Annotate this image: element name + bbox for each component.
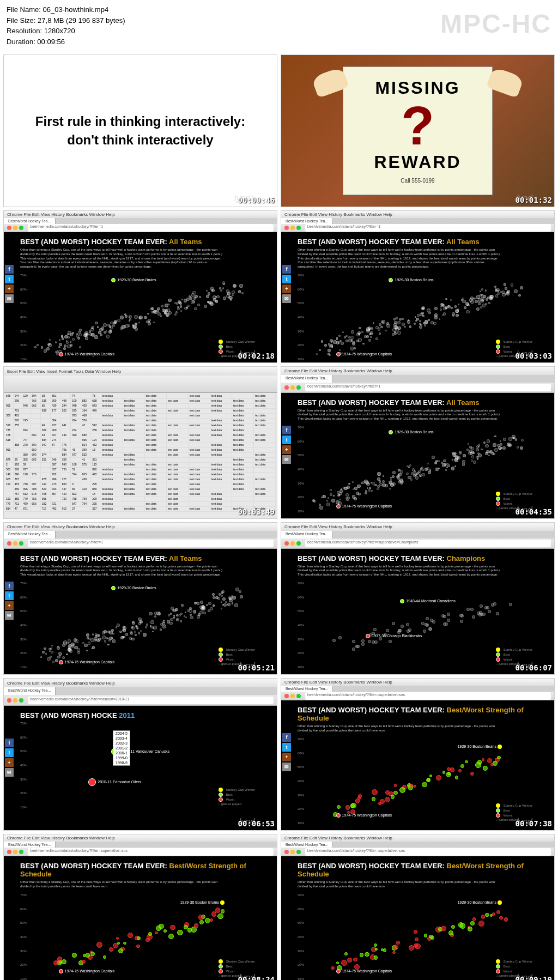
twitter-icon[interactable]: t — [282, 435, 291, 444]
excel-cell[interactable]: 274 — [51, 438, 60, 443]
excel-cell[interactable]: 115 — [91, 463, 101, 467]
excel-cell[interactable]: 193 — [5, 497, 14, 501]
excel-cell[interactable]: 720 — [61, 497, 71, 501]
excel-cell[interactable] — [31, 463, 40, 467]
excel-cell[interactable]: text data — [145, 419, 167, 423]
excel-cell[interactable]: text data — [101, 487, 123, 492]
browser-tab[interactable]: Best/Worst Hockey Tea... — [4, 842, 56, 848]
excel-cell[interactable]: 702 — [51, 473, 60, 477]
excel-cell[interactable]: 499 — [22, 502, 31, 506]
excel-cell[interactable]: 814 — [5, 507, 14, 511]
minimize-icon[interactable] — [13, 850, 17, 854]
excel-cell[interactable] — [14, 433, 22, 438]
excel-cell[interactable]: 518 — [5, 424, 14, 428]
excel-cell[interactable]: text data — [123, 404, 145, 408]
excel-cell[interactable] — [81, 428, 91, 433]
excel-cell[interactable] — [71, 438, 81, 443]
excel-cell[interactable] — [210, 458, 232, 462]
excel-cell[interactable] — [232, 394, 254, 398]
excel-cell[interactable]: 51 — [71, 468, 81, 472]
excel-cell[interactable]: 74 — [71, 394, 81, 398]
excel-cell[interactable]: text data — [167, 473, 189, 477]
excel-cell[interactable]: text data — [101, 443, 123, 447]
excel-cell[interactable]: 384 — [51, 419, 60, 423]
excel-cell[interactable]: 447 — [61, 487, 71, 492]
excel-cell[interactable] — [254, 502, 276, 506]
excel-cell[interactable]: 177 — [51, 409, 60, 413]
excel-cell[interactable] — [31, 507, 40, 511]
excel-cell[interactable]: 512 — [22, 492, 31, 497]
excel-cell[interactable]: text data — [101, 433, 123, 438]
facebook-icon[interactable]: f — [5, 739, 14, 747]
excel-cell[interactable]: 43 — [71, 448, 81, 452]
excel-cell[interactable] — [41, 414, 51, 418]
excel-cell[interactable]: 850 — [91, 487, 101, 492]
excel-cell[interactable]: text data — [232, 458, 254, 462]
excel-cell[interactable] — [167, 482, 189, 487]
share-icon[interactable]: + — [5, 758, 14, 767]
excel-cell[interactable]: 547 — [71, 502, 81, 506]
browser-tab-bar[interactable]: Best/Worst Hockey Tea... — [281, 375, 554, 382]
excel-cell[interactable]: 948 — [22, 404, 31, 408]
excel-cell[interactable]: text data — [123, 482, 145, 487]
excel-cell[interactable]: 574 — [71, 473, 81, 477]
excel-cell[interactable] — [31, 428, 40, 433]
mac-menubar[interactable]: Excel File Edit View Insert Format Tools… — [4, 367, 277, 376]
excel-cell[interactable]: text data — [232, 419, 254, 423]
excel-cell[interactable]: text data — [189, 394, 210, 398]
excel-cell[interactable]: text data — [254, 394, 276, 398]
excel-cell[interactable]: text data — [232, 399, 254, 403]
excel-cell[interactable]: text data — [101, 468, 123, 472]
excel-cell[interactable]: 546 — [51, 458, 60, 462]
traffic-lights[interactable] — [284, 694, 301, 698]
excel-cell[interactable] — [81, 394, 91, 398]
excel-cell[interactable]: text data — [123, 409, 145, 413]
excel-cell[interactable]: 295 — [71, 409, 81, 413]
data-visualization[interactable]: f t + ✉ BEST (AND WORST) HOCKEY TEAM EVE… — [281, 393, 554, 518]
twitter-icon[interactable]: t — [5, 748, 14, 757]
excel-cell[interactable]: 563 — [5, 468, 14, 472]
excel-cell[interactable]: 142 — [5, 473, 14, 477]
excel-cell[interactable]: 390 — [31, 443, 40, 447]
maximize-icon[interactable] — [296, 850, 301, 854]
scatter-plot[interactable]: 70%60%50%40%30%20%10% 1929-30 Boston Bru… — [308, 893, 538, 980]
excel-cell[interactable]: text data — [167, 399, 189, 403]
excel-cell[interactable]: 355 — [22, 458, 31, 462]
excel-cell[interactable] — [254, 468, 276, 472]
excel-cell[interactable]: 182 — [41, 502, 51, 506]
excel-cell[interactable] — [22, 477, 31, 482]
excel-cell[interactable]: 915 — [61, 507, 71, 511]
excel-cell[interactable]: 525 — [61, 409, 71, 413]
excel-cell[interactable]: 779 — [5, 502, 14, 506]
excel-cell[interactable]: text data — [232, 473, 254, 477]
close-icon[interactable] — [7, 850, 11, 854]
excel-cell[interactable]: text data — [210, 394, 232, 398]
excel-cell[interactable] — [91, 419, 101, 423]
excel-cell[interactable] — [71, 477, 81, 482]
excel-cell[interactable]: 453 — [14, 482, 22, 487]
minimize-icon[interactable] — [290, 850, 295, 854]
email-icon[interactable]: ✉ — [282, 763, 291, 771]
data-visualization[interactable]: f t + ✉ BEST (AND WORST) HOCKEY TEAM EVE… — [4, 549, 277, 674]
dropdown-option[interactable]: 1999-0 — [113, 755, 130, 760]
excel-cell[interactable]: text data — [101, 497, 123, 501]
excel-cell[interactable]: text data — [145, 492, 167, 497]
excel-cell[interactable]: text data — [189, 477, 210, 482]
excel-cell[interactable]: 690 — [31, 453, 40, 457]
excel-cell[interactable] — [81, 507, 91, 511]
browser-tab[interactable]: Best/Worst Hockey Tea... — [4, 687, 56, 695]
excel-cell[interactable] — [189, 419, 210, 423]
browser-tab[interactable]: Best/Worst Hockey Tea... — [4, 531, 56, 538]
excel-cell[interactable]: 400 — [81, 404, 91, 408]
excel-cell[interactable] — [189, 404, 210, 408]
excel-cell[interactable] — [189, 497, 210, 501]
excel-cell[interactable]: 472 — [91, 473, 101, 477]
excel-cell[interactable] — [145, 497, 167, 501]
scatter-plot[interactable]: 70%60%50%40%30%20%10% 1929-30 Boston Bru… — [31, 893, 260, 980]
excel-cell[interactable] — [61, 419, 71, 423]
excel-cell[interactable]: 367 — [91, 507, 101, 511]
excel-cell[interactable]: text data — [101, 507, 123, 511]
excel-cell[interactable]: 335 — [41, 399, 51, 403]
excel-cell[interactable] — [61, 428, 71, 433]
excel-cell[interactable]: text data — [145, 448, 167, 452]
